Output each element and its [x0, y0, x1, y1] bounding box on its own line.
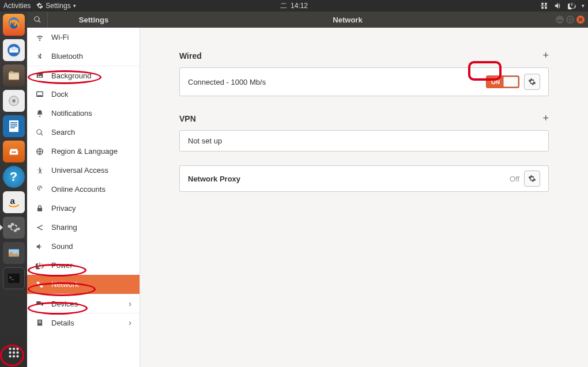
share-icon [35, 224, 44, 232]
launcher-show-apps[interactable] [3, 342, 25, 364]
svg-point-37 [41, 229, 42, 230]
sidebar-item-search[interactable]: Search [27, 123, 140, 142]
svg-point-35 [37, 226, 38, 228]
launcher-rhythmbox[interactable] [3, 90, 25, 112]
sidebar-item-label: Search [51, 128, 75, 137]
clock-time: 14:12 [291, 2, 308, 10]
search-button[interactable] [27, 12, 48, 28]
svg-point-33 [39, 187, 40, 188]
sidebar-item-universal[interactable]: Universal Access [27, 161, 140, 180]
network-icon [35, 281, 44, 289]
launcher-firefox[interactable] [3, 14, 25, 36]
wired-connection-row: Connected - 1000 Mb/s ON [179, 67, 549, 96]
wired-settings-button[interactable] [524, 74, 540, 90]
proxy-settings-button[interactable] [524, 171, 540, 187]
window-minimize[interactable] [556, 16, 564, 24]
sidebar-item-label: Online Accounts [51, 185, 105, 194]
bell-icon [35, 109, 44, 118]
system-status-area[interactable]: ▾ [540, 2, 585, 10]
sidebar-item-background[interactable]: Background [27, 66, 140, 85]
launcher-terminal[interactable]: >_ [3, 267, 25, 289]
clock-day: 二 [280, 1, 287, 11]
proxy-heading-label: Network Proxy [188, 175, 240, 183]
network-proxy-row: Network Proxy Off [179, 165, 549, 192]
sidebar-item-dock[interactable]: Dock [27, 85, 140, 104]
sidebar-item-network[interactable]: Network [27, 275, 140, 294]
gear-icon [528, 78, 536, 86]
add-wired-button[interactable]: + [542, 50, 549, 62]
svg-rect-25 [557, 20, 562, 21]
svg-rect-38 [37, 282, 40, 284]
svg-rect-3 [9, 73, 19, 80]
wired-status-label: Connected - 1000 Mb/s [188, 78, 486, 86]
svg-rect-43 [39, 321, 42, 321]
sidebar-item-label: Sound [51, 242, 73, 251]
volume-icon [554, 2, 562, 10]
sidebar-item-label: Dock [51, 90, 69, 99]
activities-button[interactable]: Activities [3, 2, 31, 10]
sidebar-item-label: Background [51, 71, 91, 80]
launcher-amazon[interactable]: a [3, 191, 25, 213]
chevron-right-icon: › [129, 299, 131, 308]
add-vpn-button[interactable]: + [542, 112, 549, 124]
sidebar-item-privacy[interactable]: Privacy [27, 199, 140, 218]
chevron-down-icon: ▾ [582, 3, 585, 9]
svg-point-28 [38, 74, 39, 75]
launcher-files[interactable] [3, 65, 25, 86]
sidebar-item-label: Notifications [51, 109, 92, 118]
sidebar-item-notifications[interactable]: Notifications [27, 104, 140, 123]
window-maximize[interactable] [566, 16, 574, 24]
sidebar-item-label: Power [51, 261, 73, 270]
svg-rect-9 [10, 124, 17, 125]
vpn-status-label: Not set up [188, 137, 540, 145]
sidebar-item-sharing[interactable]: Sharing [27, 218, 140, 237]
launcher-screenshot[interactable] [3, 242, 25, 264]
sidebar-item-label: Universal Access [51, 166, 108, 175]
sidebar-item-label: Wi-Fi [51, 33, 69, 41]
vpn-header: VPN + [179, 112, 549, 124]
main-title: Network [140, 16, 556, 24]
launcher-software[interactable] [3, 141, 25, 162]
clock[interactable]: 二 14:12 [280, 1, 308, 11]
window-close[interactable] [576, 16, 585, 24]
top-panel: Activities Settings ▾ 二 14:12 ▾ [0, 0, 588, 12]
sidebar-item-region[interactable]: Region & Language [27, 142, 140, 161]
sidebar-item-wifi[interactable]: Wi-Fi [27, 28, 140, 47]
details-icon [35, 319, 44, 327]
launcher-writer[interactable] [3, 115, 25, 137]
sidebar-item-label: Region & Language [51, 147, 118, 156]
app-menu-label: Settings [46, 2, 70, 10]
devices-icon [35, 300, 44, 308]
sidebar-item-power[interactable]: Power [27, 256, 140, 275]
app-menu[interactable]: Settings ▾ [36, 2, 76, 10]
chevron-down-icon: ▾ [73, 3, 76, 9]
wired-toggle[interactable]: ON [486, 75, 519, 88]
wired-heading-label: Wired [179, 51, 202, 60]
sidebar-item-details[interactable]: Details› [27, 313, 140, 332]
launcher-help[interactable]: ? [3, 166, 25, 188]
network-wired-icon [540, 2, 548, 10]
gear-icon [36, 2, 43, 9]
sidebar-item-sound[interactable]: Sound [27, 237, 140, 256]
launcher-settings[interactable] [3, 217, 25, 239]
power-icon [35, 262, 44, 270]
svg-point-32 [39, 167, 40, 168]
search-icon [33, 16, 42, 24]
dock-icon [35, 90, 44, 99]
sidebar-item-online[interactable]: Online Accounts [27, 180, 140, 199]
svg-rect-10 [10, 126, 17, 127]
svg-point-19 [9, 351, 11, 354]
launcher-dock: ? a >_ [0, 12, 27, 367]
svg-rect-34 [37, 207, 42, 211]
chevron-right-icon: › [129, 318, 131, 327]
online-icon [35, 186, 44, 194]
sidebar-item-bluetooth[interactable]: Bluetooth [27, 47, 140, 66]
lock-icon [35, 205, 44, 213]
launcher-thunderbird[interactable] [3, 39, 25, 61]
svg-rect-4 [9, 71, 13, 74]
vpn-row: Not set up [179, 130, 549, 152]
svg-rect-26 [568, 18, 572, 21]
sidebar-item-devices[interactable]: Devices› [27, 294, 140, 313]
sound-icon [35, 243, 44, 251]
bluetooth-icon [35, 52, 44, 60]
